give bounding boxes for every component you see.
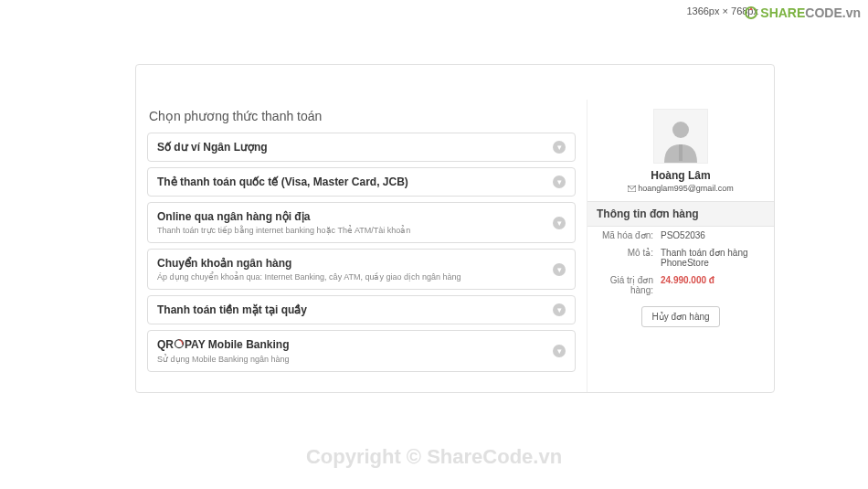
payment-method-subtitle: Áp dụng chuyển khoản qua: Internet Banki… — [157, 272, 566, 282]
sharecode-icon — [744, 5, 758, 23]
order-row-value: Thanh toán đơn hàng PhoneStore — [661, 248, 765, 268]
payment-method-option[interactable]: QRPAY Mobile BankingSử dụng Mobile Banki… — [147, 330, 576, 372]
svg-rect-4 — [679, 144, 683, 161]
payment-method-option[interactable]: Thanh toán tiền mặt tại quầy▾ — [147, 295, 576, 324]
watermark-bottom: Copyright © ShareCode.vn — [306, 445, 562, 469]
payment-methods-column: Chọn phương thức thanh toán Số dư ví Ngâ… — [136, 100, 587, 392]
payment-method-title: Online qua ngân hàng nội địa — [157, 210, 566, 223]
payment-panel: Chọn phương thức thanh toán Số dư ví Ngâ… — [135, 64, 775, 393]
avatar — [653, 109, 708, 164]
payment-method-title: Thẻ thanh toán quốc tế (Visa, Master Car… — [157, 175, 566, 188]
payment-method-option[interactable]: Thẻ thanh toán quốc tế (Visa, Master Car… — [147, 167, 576, 197]
chevron-down-icon: ▾ — [553, 345, 566, 357]
svg-point-3 — [672, 122, 689, 138]
order-row-value: PSO52036 — [661, 230, 765, 240]
chevron-down-icon: ▾ — [553, 263, 566, 276]
order-row-label: Mã hóa đơn: — [597, 230, 661, 240]
payment-method-option[interactable]: Chuyển khoản ngân hàngÁp dụng chuyển kho… — [147, 249, 576, 290]
user-email: hoanglam995@gmail.com — [587, 184, 774, 194]
user-name: Hoàng Lâm — [587, 169, 774, 182]
order-row: Mã hóa đơn:PSO52036 — [587, 227, 774, 244]
payment-method-option[interactable]: Online qua ngân hàng nội địaThanh toán t… — [147, 202, 576, 243]
sharecode-brand: SHARECODE.vn — [744, 5, 861, 23]
order-summary-column: Hoàng Lâm hoanglam995@gmail.com Thông ti… — [587, 100, 774, 392]
chevron-down-icon: ▾ — [553, 175, 566, 188]
chevron-down-icon: ▾ — [553, 141, 566, 154]
order-row-label: Giá trị đơn hàng: — [597, 275, 661, 295]
order-row-label: Mô tả: — [597, 248, 661, 268]
qr-swirl-icon — [174, 338, 185, 352]
payment-method-option[interactable]: Số dư ví Ngân Lượng▾ — [147, 133, 576, 162]
payment-method-subtitle: Thanh toán trực tiếp bằng internet banki… — [157, 226, 566, 235]
order-row-value: 24.990.000 đ — [661, 275, 765, 295]
payment-method-title: Số dư ví Ngân Lượng — [157, 141, 566, 154]
order-info-header: Thông tin đơn hàng — [587, 201, 774, 227]
payment-method-title: QRPAY Mobile Banking — [157, 338, 566, 352]
order-row: Giá trị đơn hàng:24.990.000 đ — [587, 271, 774, 299]
envelope-icon — [628, 185, 636, 194]
chevron-down-icon: ▾ — [553, 303, 566, 316]
payment-method-title: Thanh toán tiền mặt tại quầy — [157, 303, 566, 316]
payment-method-title: Chuyển khoản ngân hàng — [157, 257, 566, 270]
cancel-order-button[interactable]: Hủy đơn hàng — [641, 306, 719, 327]
payment-method-subtitle: Sử dụng Mobile Banking ngân hàng — [157, 355, 566, 364]
chevron-down-icon: ▾ — [553, 217, 566, 229]
section-title: Chọn phương thức thanh toán — [147, 109, 576, 123]
order-row: Mô tả:Thanh toán đơn hàng PhoneStore — [587, 244, 774, 271]
